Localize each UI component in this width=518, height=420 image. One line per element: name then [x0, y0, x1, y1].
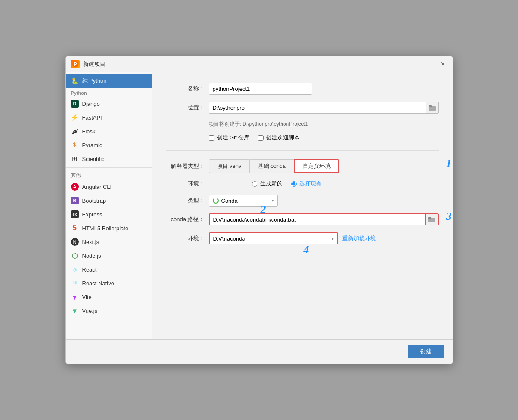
conda-path-input[interactable] [209, 213, 426, 225]
create-git-checkbox-group[interactable]: 创建 Git 仓库 [209, 134, 250, 142]
sidebar-item-vuejs[interactable]: ▼ Vue.js [66, 304, 152, 318]
titlebar: P 新建项目 × [66, 56, 453, 72]
location-input[interactable] [209, 102, 426, 114]
sidebar-label-angular: Angular CLI [82, 184, 112, 190]
sidebar-label-nodejs: Node.js [82, 253, 101, 259]
env-select-row: 环境： D:\Anaconda ▾ 重新加载环境 4 [166, 232, 439, 244]
html5-icon: 5 [71, 224, 79, 232]
create-git-label: 创建 Git 仓库 [217, 134, 250, 142]
titlebar-left: P 新建项目 [71, 60, 105, 68]
sidebar-item-express[interactable]: ex Express [66, 207, 152, 221]
scientific-icon: ⊞ [71, 155, 79, 163]
sidebar-label-pyramid: Pyramid [82, 142, 103, 148]
type-value: Conda [221, 198, 238, 204]
type-row: 类型： Conda ▾ 2 [166, 195, 439, 207]
sidebar-label-bootstrap: Bootstrap [82, 198, 106, 204]
create-git-checkbox[interactable] [209, 135, 214, 141]
tab-conda[interactable]: 基础 conda [250, 159, 294, 173]
tab-custom[interactable]: 自定义环境 [294, 159, 339, 173]
conda-path-browse-button[interactable] [426, 213, 439, 225]
sidebar-item-react[interactable]: ⚛ React [66, 262, 152, 276]
annotation-3: 3 [446, 210, 452, 223]
pyramid-icon: ✳ [71, 141, 79, 149]
flask-icon: 🌶 [71, 127, 79, 135]
sidebar-item-html5[interactable]: 5 HTML5 Boilerplate [66, 221, 152, 235]
sidebar-label-django: Django [82, 101, 100, 107]
sidebar-item-label: 纯 Python [82, 77, 107, 85]
sidebar-divider [66, 167, 152, 168]
sidebar-label-express: Express [82, 211, 102, 218]
sidebar-item-flask[interactable]: 🌶 Flask [66, 124, 152, 138]
location-input-group [209, 102, 439, 114]
react-native-icon: ⚛ [71, 279, 79, 287]
env-label: 环境： [166, 180, 205, 188]
express-icon: ex [71, 210, 79, 218]
django-icon: D [71, 100, 79, 108]
interpreter-tabs: 项目 venv 基础 conda 自定义环境 [209, 159, 339, 173]
sidebar-item-nodejs[interactable]: ⬡ Node.js [66, 249, 152, 262]
conda-path-label: conda 路径： [166, 216, 205, 223]
sidebar-label-vite: Vite [82, 294, 92, 300]
svg-rect-5 [428, 217, 431, 219]
main-panel: 名称： 位置： [152, 72, 453, 262]
annotation-4: 4 [304, 244, 309, 256]
radio-select[interactable] [291, 181, 297, 187]
location-browse-button[interactable] [426, 102, 439, 114]
env-value: D:\Anaconda [213, 235, 245, 242]
sidebar-item-scientific[interactable]: ⊞ Scientific [66, 152, 152, 166]
sidebar-item-nextjs[interactable]: N Next.js [66, 235, 152, 249]
name-input[interactable] [209, 83, 312, 95]
conda-spinner [213, 198, 219, 204]
fastapi-icon: ⚡ [71, 114, 79, 121]
sidebar-label-html5: HTML5 Boilerplate [82, 225, 129, 232]
radio-generate[interactable] [252, 181, 257, 187]
close-button[interactable]: × [439, 60, 447, 68]
env-dropdown-arrow: ▾ [332, 236, 334, 241]
sidebar-item-bootstrap[interactable]: B Bootstrap [66, 194, 152, 207]
sidebar-item-django[interactable]: D Django [66, 97, 152, 111]
annotation-1: 1 [446, 157, 452, 170]
nextjs-icon: N [71, 238, 79, 246]
sidebar-item-pyramid[interactable]: ✳ Pyramid [66, 138, 152, 152]
sidebar-label-vuejs: Vue.js [82, 308, 98, 314]
conda-path-row: conda 路径： 3 [166, 213, 439, 225]
env-select-dropdown[interactable]: D:\Anaconda ▾ [209, 232, 338, 244]
checkbox-row: 创建 Git 仓库 创建欢迎脚本 [209, 134, 439, 142]
svg-text:P: P [74, 62, 77, 67]
type-label: 类型： [166, 197, 205, 204]
angular-icon: A [71, 183, 79, 191]
other-section-label: 其他 [66, 170, 152, 180]
main-panel-wrapper: 名称： 位置： [152, 72, 453, 339]
interpreter-label: 解释器类型： [166, 162, 205, 170]
sidebar-item-vite[interactable]: ▼ Vite [66, 290, 152, 304]
react-icon: ⚛ [71, 266, 79, 273]
sidebar-item-angular[interactable]: A Angular CLI [66, 180, 152, 194]
app-icon: P [71, 60, 80, 68]
svg-rect-3 [429, 105, 432, 107]
sidebar-label-flask: Flask [82, 128, 96, 135]
location-label: 位置： [166, 104, 205, 111]
radio-generate-group[interactable]: 生成新的 [252, 180, 282, 188]
env-radio-row: 环境： 生成新的 选择现有 [166, 180, 439, 188]
project-path-hint: 项目将创建于: D:\pythonpro\pythonProject1 [209, 120, 439, 128]
type-dropdown[interactable]: Conda ▾ [209, 195, 278, 207]
conda-path-input-group [209, 213, 439, 225]
create-welcome-checkbox[interactable] [258, 135, 264, 141]
tab-venv[interactable]: 项目 venv [209, 159, 250, 173]
radio-select-group[interactable]: 选择现有 [291, 180, 322, 188]
section-divider [166, 150, 439, 151]
sidebar-item-react-native[interactable]: ⚛ React Native [66, 276, 152, 290]
sidebar-item-pure-python[interactable]: 🐍 纯 Python [66, 74, 152, 88]
vuejs-icon: ▼ [71, 307, 79, 315]
nodejs-icon: ⬡ [71, 252, 79, 259]
reload-env-link[interactable]: 重新加载环境 [342, 235, 376, 242]
radio-group: 生成新的 选择现有 [252, 180, 322, 188]
dialog-content: 🐍 纯 Python Python D Django ⚡ FastAPI 🌶 F… [66, 72, 453, 339]
python-icon: 🐍 [71, 77, 79, 85]
sidebar-label-react: React [82, 266, 97, 273]
sidebar-item-fastapi[interactable]: ⚡ FastAPI [66, 111, 152, 124]
dialog-footer: 创建 [66, 339, 453, 364]
create-welcome-checkbox-group[interactable]: 创建欢迎脚本 [258, 134, 300, 142]
create-button[interactable]: 创建 [408, 345, 444, 358]
vite-icon: ▼ [71, 293, 79, 301]
